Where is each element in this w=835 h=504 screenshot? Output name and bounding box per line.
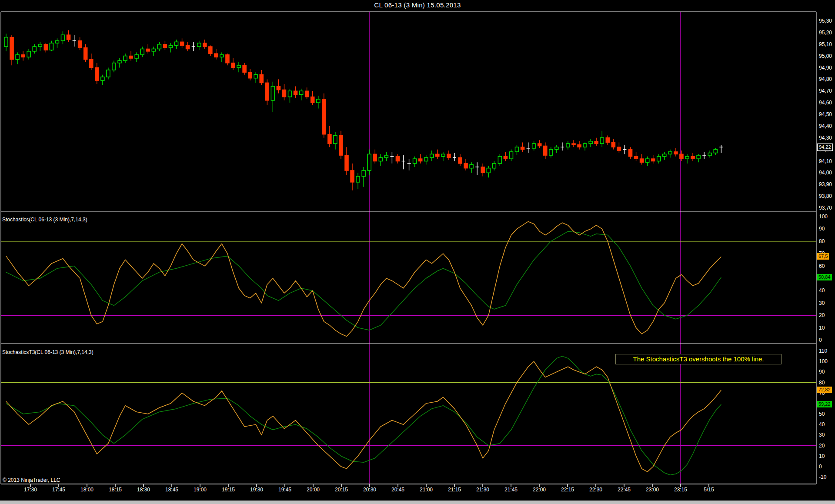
- time-axis-label: 19:00: [194, 487, 207, 493]
- up-candle-body: [430, 154, 434, 157]
- time-axis-label: 22:30: [589, 487, 602, 493]
- down-candle-body: [504, 157, 507, 159]
- price-axis-label: 93,90: [819, 181, 832, 187]
- up-candle-body: [657, 157, 661, 161]
- down-candle-body: [10, 37, 13, 60]
- stochastics-t3-fast-value-badge: 72,82: [817, 387, 832, 393]
- time-axis-label: 17:30: [24, 487, 37, 493]
- down-candle-body: [635, 157, 638, 159]
- up-candle-body: [549, 150, 553, 155]
- up-candle-body: [175, 42, 178, 45]
- down-candle-body: [163, 44, 167, 48]
- down-candle-body: [640, 159, 644, 162]
- time-axis-label: 18:30: [137, 487, 150, 493]
- up-candle-body: [413, 159, 417, 164]
- time-axis-label: 20:15: [335, 487, 348, 493]
- price-axis-label: 95,20: [819, 30, 832, 36]
- up-candle-body: [583, 144, 587, 147]
- price-axis-label: 94,10: [819, 158, 832, 164]
- up-candle-body: [124, 56, 127, 61]
- up-candle-body: [220, 55, 224, 57]
- down-candle-body: [339, 135, 343, 155]
- down-candle-body: [186, 45, 190, 49]
- down-candle-body: [674, 152, 678, 154]
- up-candle-body: [379, 157, 382, 161]
- down-candle-body: [617, 147, 621, 150]
- time-axis-label: 22:15: [561, 487, 574, 493]
- stochastics-t3-smooth-value-badge: 59,22: [817, 401, 832, 407]
- time-axis-label: 20:45: [391, 487, 404, 493]
- up-candle-body: [254, 75, 257, 78]
- up-candle-body: [424, 157, 428, 161]
- up-candle-body: [152, 49, 155, 51]
- time-axis-label: 21:45: [504, 487, 518, 493]
- up-candle-body: [498, 157, 501, 164]
- down-candle-body: [231, 63, 235, 68]
- stochastics-axis-label: 30: [819, 300, 825, 306]
- down-candle-body: [260, 75, 263, 83]
- stochastics-axis-label: 40: [819, 287, 825, 294]
- time-axis-label: 18:45: [165, 487, 178, 493]
- stochastics-axis-label: 100: [819, 214, 828, 220]
- up-candle-body: [708, 153, 711, 155]
- stochastics-t3-axis-label: 100: [819, 358, 828, 364]
- up-candle-body: [356, 176, 360, 182]
- stochastics-axis-label: 0: [819, 337, 822, 343]
- down-candle-body: [436, 154, 439, 156]
- chart-title: CL 06-13 (3 Min) 15.05.2013: [0, 1, 835, 9]
- up-candle-body: [112, 63, 116, 70]
- down-candle-body: [572, 144, 575, 145]
- price-axis-label: 94,70: [819, 88, 832, 94]
- up-candle-body: [50, 43, 53, 50]
- stochastics-t3-axis-label: 80: [819, 380, 825, 386]
- price-axis-label: 95,00: [819, 53, 832, 59]
- down-candle-body: [419, 159, 422, 161]
- time-axis-label: 23:15: [674, 487, 687, 493]
- stochastics-t3-axis-label: 30: [819, 432, 825, 438]
- time-axis-label: 22:45: [618, 487, 631, 493]
- up-candle-body: [157, 44, 161, 49]
- time-axis-label: 18:15: [109, 487, 122, 493]
- down-candle-body: [294, 91, 297, 94]
- up-candle-body: [197, 43, 201, 47]
- down-candle-body: [611, 143, 615, 147]
- time-axis-label: 5/15: [704, 487, 714, 493]
- time-axis-label: 18:00: [80, 487, 94, 493]
- up-candle-body: [16, 55, 19, 60]
- stochasticsT3-smooth-line: [6, 356, 721, 475]
- chart-text-annotation[interactable]: The StochasticsT3 overshoots the 100% li…: [615, 354, 782, 364]
- price-axis-label: 94,40: [819, 123, 832, 129]
- up-candle-body: [33, 47, 36, 51]
- down-candle-body: [691, 157, 695, 159]
- up-candle-body: [697, 155, 700, 159]
- up-candle-body: [515, 147, 519, 152]
- price-axis-label: 94,30: [819, 135, 832, 141]
- stochastics-t3-axis-label: 90: [819, 369, 825, 375]
- time-axis-label: 19:15: [222, 487, 235, 493]
- time-axis-label: 17:45: [52, 487, 65, 493]
- stochastics-t3-axis-label: 0: [819, 464, 822, 470]
- down-candle-body: [248, 72, 252, 78]
- stochastics-axis-label: 60: [819, 263, 825, 269]
- down-candle-body: [464, 164, 468, 168]
- down-candle-body: [447, 154, 451, 157]
- up-candle-body: [685, 157, 689, 159]
- up-candle-body: [441, 154, 445, 156]
- stochastics-axis-label: 20: [819, 312, 825, 318]
- up-candle-body: [334, 135, 337, 144]
- down-candle-body: [203, 43, 207, 47]
- up-candle-body: [487, 168, 490, 173]
- up-candle-body: [300, 91, 303, 94]
- up-candle-body: [38, 44, 42, 47]
- up-candle-body: [566, 144, 570, 147]
- up-candle-body: [169, 45, 172, 47]
- down-candle-body: [629, 150, 632, 157]
- up-candle-body: [589, 141, 592, 144]
- down-candle-body: [90, 60, 93, 68]
- chart-canvas[interactable]: [0, 0, 835, 504]
- price-axis-label: 94,80: [819, 76, 832, 82]
- down-candle-body: [78, 41, 82, 48]
- down-candle-body: [146, 49, 150, 51]
- down-candle-body: [129, 56, 133, 58]
- up-candle-body: [668, 152, 672, 154]
